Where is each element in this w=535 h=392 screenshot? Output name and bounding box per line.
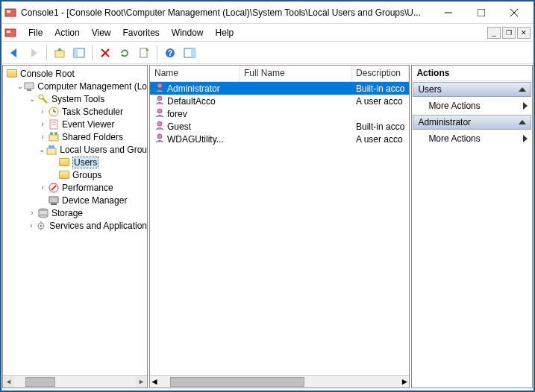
list-header: Name Full Name Description	[150, 66, 409, 82]
collapse-icon[interactable]: ⌄	[27, 95, 37, 103]
perf-icon	[48, 182, 60, 194]
menu-view[interactable]: View	[86, 25, 117, 40]
collapse-icon	[519, 120, 526, 124]
folder-icon	[6, 68, 18, 80]
svg-point-34	[50, 132, 53, 135]
menu-window[interactable]: Window	[166, 25, 210, 40]
user-name: WDAGUtility...	[167, 134, 224, 145]
tree-label: Performance	[62, 183, 113, 193]
svg-rect-23	[25, 83, 34, 89]
actions-section-label: Users	[418, 84, 441, 95]
users-icon	[46, 144, 57, 156]
actions-link[interactable]: More Actions	[412, 130, 532, 147]
svg-point-47	[40, 224, 43, 227]
svg-rect-1	[7, 10, 10, 13]
svg-point-51	[157, 96, 162, 101]
maximize-button[interactable]	[465, 2, 498, 23]
folder-icon	[58, 157, 70, 168]
svg-point-35	[54, 132, 57, 135]
user-icon	[154, 107, 165, 120]
clock-icon	[48, 106, 60, 118]
actions-section-label: Administrator	[418, 117, 471, 127]
tree-item[interactable]: ›Services and Application	[3, 219, 147, 232]
svg-marker-9	[31, 48, 37, 57]
actions-section-header[interactable]: Administrator	[413, 115, 531, 130]
svg-rect-22	[191, 48, 195, 57]
column-name[interactable]: Name	[150, 66, 240, 81]
actions-title: Actions	[412, 66, 532, 81]
tree-horizontal-scrollbar[interactable]: ◄►	[3, 375, 147, 388]
actions-section-header[interactable]: Users	[413, 82, 531, 97]
collapse-icon[interactable]: ⌄	[16, 82, 23, 90]
device-icon	[48, 195, 60, 206]
computer-icon	[23, 80, 35, 92]
tree-item[interactable]: ⌄Computer Management (Lo	[3, 80, 147, 92]
tree-item[interactable]: ›Shared Folders	[3, 130, 147, 143]
list-row[interactable]: WDAGUtility...A user acco	[150, 133, 409, 145]
tree-item[interactable]: Users	[3, 156, 147, 168]
menu-help[interactable]: Help	[210, 25, 240, 40]
console-icon	[4, 7, 16, 19]
tree-item[interactable]: ⌄Local Users and Grou	[3, 143, 147, 156]
column-description[interactable]: Description	[351, 66, 409, 81]
user-description: Built-in acco	[351, 83, 409, 94]
tree-label: Shared Folders	[62, 132, 123, 142]
tree-label: Users	[72, 157, 98, 168]
svg-line-26	[43, 98, 47, 103]
forward-button[interactable]	[25, 45, 42, 61]
expand-icon[interactable]: ›	[27, 209, 37, 217]
svg-rect-13	[74, 48, 78, 57]
expand-icon[interactable]: ›	[37, 120, 48, 128]
mdi-restore-button[interactable]: ❐	[502, 27, 516, 39]
menu-bar: File Action View Favorites Window Help _…	[1, 24, 534, 42]
export-button[interactable]	[136, 45, 152, 61]
close-button[interactable]	[498, 2, 531, 23]
tree-root[interactable]: Console Root	[3, 67, 147, 80]
list-row[interactable]: forev	[150, 107, 409, 120]
tree-item[interactable]: ›Event Viewer	[3, 118, 147, 130]
svg-rect-42	[51, 203, 57, 205]
tree-item[interactable]: ›Performance	[3, 181, 147, 194]
expand-icon[interactable]: ›	[37, 133, 48, 141]
tree-item[interactable]: ⌄System Tools	[3, 92, 147, 105]
svg-rect-41	[49, 197, 58, 203]
mdi-close-button[interactable]: ✕	[517, 27, 531, 39]
help-button[interactable]: ?	[162, 45, 178, 61]
list-row[interactable]: DefaultAccoA user acco	[150, 95, 409, 107]
back-button[interactable]	[6, 45, 22, 61]
user-description: A user acco	[351, 96, 409, 107]
svg-text:?: ?	[168, 49, 172, 57]
up-button[interactable]	[51, 45, 68, 61]
svg-rect-3	[478, 9, 485, 16]
tree-item[interactable]: Device Manager	[3, 194, 147, 206]
expand-icon[interactable]: ›	[27, 221, 35, 230]
delete-button[interactable]	[97, 45, 113, 61]
menu-action[interactable]: Action	[49, 25, 85, 40]
show-hide-action-pane-button[interactable]	[181, 45, 198, 61]
refresh-button[interactable]	[116, 45, 133, 61]
collapse-icon[interactable]: ⌄	[37, 145, 46, 154]
menu-file[interactable]: File	[22, 25, 49, 40]
tree-item[interactable]: ›Storage	[3, 206, 147, 219]
expand-icon[interactable]: ›	[37, 183, 48, 192]
list-pane: Name Full Name Description Administrator…	[149, 65, 410, 388]
menu-favorites[interactable]: Favorites	[117, 25, 166, 40]
submenu-icon	[523, 135, 528, 142]
tree-label: Console Root	[20, 69, 75, 79]
tree-item[interactable]: Groups	[3, 168, 147, 181]
minimize-button[interactable]	[432, 2, 465, 23]
mdi-minimize-button[interactable]: _	[487, 27, 501, 39]
list-horizontal-scrollbar[interactable]: ◄►	[150, 375, 409, 388]
expand-icon[interactable]: ›	[37, 107, 48, 116]
list-row[interactable]: AdministratorBuilt-in acco	[150, 82, 409, 95]
tree-item[interactable]: ›Task Scheduler	[3, 105, 147, 118]
svg-rect-33	[49, 135, 58, 141]
show-hide-tree-button[interactable]	[71, 45, 87, 61]
services-icon	[35, 220, 47, 232]
svg-point-37	[49, 145, 51, 148]
column-fullname[interactable]: Full Name	[240, 66, 351, 81]
list-row[interactable]: GuestBuilt-in acco	[150, 120, 409, 133]
svg-point-38	[51, 145, 54, 148]
actions-link[interactable]: More Actions	[412, 98, 532, 114]
tree-label: Event Viewer	[62, 119, 114, 130]
